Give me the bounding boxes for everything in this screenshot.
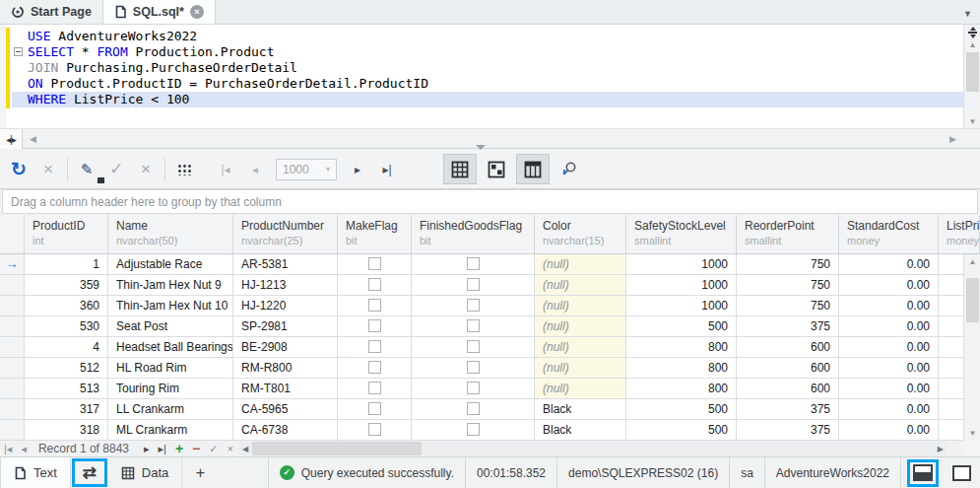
single-layout-button[interactable] (952, 465, 971, 481)
next-record-button[interactable]: ▸ (144, 443, 150, 455)
cell-reorderpoint[interactable]: 750 (737, 275, 839, 296)
fetch-all-rows-button[interactable] (169, 155, 199, 184)
cell-name[interactable]: HL Road Rim (108, 358, 233, 379)
edit-data-button[interactable]: ✎ (72, 155, 101, 184)
cell-makeflag[interactable] (338, 379, 412, 399)
checkbox-unchecked[interactable] (368, 340, 381, 353)
group-by-panel[interactable]: Drag a column header here to group by th… (2, 189, 978, 214)
grid-hscroll-thumb[interactable] (252, 442, 422, 455)
code-line[interactable]: JOIN Purchasing.PurchaseOrderDetail (28, 60, 963, 76)
cell-makeflag[interactable] (338, 358, 412, 379)
cell-safetystocklevel[interactable]: 500 (626, 316, 737, 337)
column-header-reorderpoint[interactable]: ReorderPointsmallint (737, 215, 839, 253)
cell-name[interactable]: Adjustable Race (108, 254, 233, 275)
cell-productid[interactable]: 4 (25, 337, 108, 358)
column-header-makeflag[interactable]: MakeFlagbit (338, 215, 412, 253)
cell-color[interactable]: (null) (535, 254, 626, 275)
cell-productid[interactable]: 317 (25, 399, 108, 420)
cell-color[interactable]: (null) (535, 358, 626, 379)
checkbox-unchecked[interactable] (467, 423, 480, 436)
cell-productnumber[interactable]: RM-R800 (233, 358, 338, 379)
checkbox-unchecked[interactable] (467, 299, 480, 312)
cell-finishedgoodsflag[interactable] (412, 420, 535, 441)
column-header-standardcost[interactable]: StandardCostmoney (839, 215, 939, 253)
cell-reorderpoint[interactable]: 600 (737, 379, 839, 399)
cell-standardcost[interactable]: 0.00 (839, 316, 939, 337)
cell-productnumber[interactable]: SP-2981 (233, 316, 338, 337)
cell-standardcost[interactable]: 0.00 (839, 337, 939, 358)
checkbox-unchecked[interactable] (467, 361, 480, 374)
pane-splitter-icon[interactable]: ◂|▸ (0, 129, 23, 149)
cell-standardcost[interactable]: 0.00 (839, 275, 939, 296)
cell-reorderpoint[interactable]: 375 (737, 399, 839, 420)
cell-safetystocklevel[interactable]: 800 (626, 358, 737, 379)
status-server[interactable]: demo\SQLEXPRESS02 (16) (556, 457, 729, 488)
cell-color[interactable]: Black (535, 399, 626, 420)
cell-productid[interactable]: 1 (25, 254, 108, 275)
horizontal-layout-button[interactable] (907, 459, 939, 487)
checkbox-unchecked[interactable] (467, 340, 480, 353)
table-row[interactable]: 530Seat PostSP-2981(null)5003750.00 (0, 316, 980, 337)
checkbox-unchecked[interactable] (467, 402, 480, 415)
grid-view-button[interactable] (443, 154, 477, 184)
cell-productnumber[interactable]: RM-T801 (233, 379, 338, 399)
cell-finishedgoodsflag[interactable] (412, 316, 535, 337)
cell-finishedgoodsflag[interactable] (412, 254, 535, 275)
grid-vertical-scrollbar[interactable]: ▲ ▼ (963, 254, 980, 441)
cell-makeflag[interactable] (338, 275, 412, 296)
cell-safetystocklevel[interactable]: 1000 (626, 254, 737, 275)
checkbox-unchecked[interactable] (368, 319, 381, 332)
scroll-left-icon[interactable]: ◀ (242, 445, 248, 453)
cell-productid[interactable]: 513 (25, 379, 108, 399)
cell-standardcost[interactable]: 0.00 (839, 379, 939, 399)
table-row[interactable]: 359Thin-Jam Hex Nut 9HJ-1213(null)100075… (0, 275, 980, 296)
cell-standardcost[interactable]: 0.00 (839, 399, 939, 420)
cell-productnumber[interactable]: AR-5381 (233, 254, 338, 275)
insert-record-button[interactable]: + (175, 444, 183, 453)
refresh-button[interactable]: ↻ (4, 155, 33, 184)
cell-reorderpoint[interactable]: 750 (737, 254, 839, 275)
cancel-edit-button[interactable]: × (228, 443, 233, 454)
table-row[interactable]: →1Adjustable RaceAR-5381(null)10007500.0… (0, 254, 980, 275)
previous-record-button[interactable]: ◂ (21, 443, 27, 455)
cell-reorderpoint[interactable]: 375 (737, 420, 839, 441)
cell-name[interactable]: Seat Post (108, 316, 233, 337)
cell-name[interactable]: ML Crankarm (108, 420, 233, 441)
cell-name[interactable]: Headset Ball Bearings (108, 337, 233, 358)
scroll-left-icon[interactable]: ◀ (30, 134, 36, 144)
column-header-listprice[interactable]: ListPricemoney (939, 215, 980, 253)
sql-code[interactable]: USE AdventureWorks2022SELECT * FROM Prod… (28, 29, 963, 107)
editor-split-handle-icon[interactable] (966, 27, 979, 38)
cell-standardcost[interactable]: 0.00 (839, 420, 939, 441)
tab-sql-file[interactable]: SQL.sql* × (103, 0, 216, 24)
cell-finishedgoodsflag[interactable] (412, 379, 535, 399)
post-edit-button[interactable]: ✓ (209, 443, 218, 455)
scroll-right-icon[interactable]: ▶ (949, 134, 956, 144)
delete-record-button[interactable]: − (192, 444, 200, 453)
editor-scroll-thumb[interactable] (966, 52, 979, 92)
scroll-down-icon[interactable]: ▼ (964, 117, 980, 126)
cell-reorderpoint[interactable]: 375 (737, 316, 839, 337)
cell-productnumber[interactable]: CA-5965 (233, 399, 338, 420)
scroll-down-icon[interactable]: ▼ (964, 429, 980, 438)
cell-safetystocklevel[interactable]: 800 (626, 337, 737, 358)
table-row[interactable]: 318ML CrankarmCA-6738Black5003750.00 (0, 420, 980, 441)
table-row[interactable]: 360Thin-Jam Hex Nut 10HJ-1220(null)10007… (0, 296, 980, 316)
close-tab-icon[interactable]: × (190, 5, 204, 19)
tab-start-page[interactable]: Start Page (0, 0, 103, 24)
cancel-changes-button[interactable]: × (131, 155, 161, 184)
cell-color[interactable]: (null) (535, 337, 626, 358)
previous-page-button[interactable]: ◂ (240, 155, 270, 184)
apply-changes-button[interactable]: ✓ (101, 155, 131, 184)
next-page-button[interactable]: ▸ (343, 155, 372, 184)
code-line[interactable]: USE AdventureWorks2022 (28, 29, 963, 44)
column-header-productnumber[interactable]: ProductNumbernvarchar(25) (233, 215, 338, 253)
cell-finishedgoodsflag[interactable] (412, 358, 535, 379)
code-line[interactable]: ON Product.ProductID = PurchaseOrderDeta… (28, 76, 963, 92)
cell-name[interactable]: Thin-Jam Hex Nut 9 (108, 275, 233, 296)
splitter-collapse-icon[interactable] (476, 145, 486, 150)
cell-productid[interactable]: 318 (25, 420, 108, 441)
cell-productid[interactable]: 359 (25, 275, 108, 296)
stop-button[interactable]: × (33, 155, 63, 184)
cell-color[interactable]: Black (535, 420, 626, 441)
